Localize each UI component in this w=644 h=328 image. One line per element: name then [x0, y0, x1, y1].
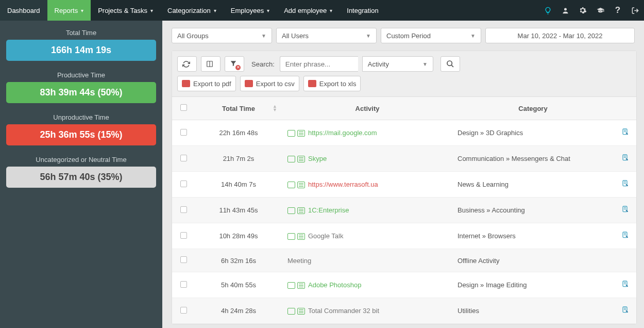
monitor-icon: [287, 182, 295, 188]
chevron-down-icon: ▼: [261, 33, 266, 39]
table-row: 22h 16m 48shttps://mail.google.comDesign…: [172, 120, 636, 146]
activity-link[interactable]: https://mail.google.com: [308, 129, 377, 137]
activity-link[interactable]: Skype: [308, 155, 327, 162]
user-icon[interactable]: [556, 0, 574, 21]
export-pdf-button[interactable]: Export to pdf: [177, 76, 236, 91]
cell-category: Utilities: [452, 298, 614, 324]
nav-item-employees[interactable]: Employees▾: [224, 0, 277, 21]
export-csv-button[interactable]: Export to csv: [240, 76, 299, 91]
metric-label: Unproductive Time: [6, 110, 156, 124]
edit-category-button[interactable]: [621, 182, 629, 190]
nav-item-dashboard[interactable]: Dashboard: [0, 0, 47, 21]
help-icon[interactable]: ?: [609, 0, 626, 21]
search-label: Search:: [248, 60, 276, 68]
metric-m-prod: Productive Time83h 39m 44s (50%): [6, 68, 156, 103]
cell-activity: Google Talk: [282, 223, 452, 249]
search-input[interactable]: [280, 56, 358, 72]
metric-label: Uncategorized or Neutral Time: [6, 153, 156, 167]
document-icon: [297, 308, 305, 315]
date-range-select[interactable]: Mar 10, 2022 - Mar 10, 2022: [485, 28, 635, 43]
clear-filter-button[interactable]: ✕: [225, 56, 244, 72]
edit-category-button[interactable]: [621, 234, 629, 241]
columns-button[interactable]: [201, 56, 221, 72]
svg-point-3: [447, 61, 452, 65]
col-header-activity[interactable]: Activity: [282, 97, 452, 120]
cell-category: Business » Accounting: [452, 198, 614, 223]
row-checkbox[interactable]: [180, 155, 187, 161]
row-checkbox[interactable]: [180, 281, 187, 288]
period-select[interactable]: Custom Period▼: [381, 28, 481, 43]
edit-category-button[interactable]: [621, 308, 629, 316]
cell-time: 14h 40m 7s: [195, 172, 282, 198]
col-header-time[interactable]: Total Time▲▼: [195, 97, 282, 120]
svg-point-0: [564, 8, 567, 10]
svg-line-4: [451, 65, 453, 67]
monitor-icon: [287, 207, 295, 214]
logout-icon[interactable]: [626, 0, 644, 21]
search-scope-select[interactable]: Activity▼: [362, 56, 433, 72]
cell-time: 22h 16m 48s: [195, 120, 282, 146]
toolbar: ✕ Search: Activity▼ Export to pdf Export…: [172, 51, 636, 97]
document-icon: [297, 182, 305, 188]
select-all-checkbox[interactable]: [180, 104, 187, 111]
nav-item-projects-tasks[interactable]: Projects & Tasks▾: [91, 0, 160, 21]
table-row: 21h 7m 2sSkypeCommunication » Messengers…: [172, 146, 636, 172]
lightbulb-icon[interactable]: [539, 0, 556, 21]
table-row: 11h 43m 45s1C:EnterpriseBusiness » Accou…: [172, 198, 636, 223]
metric-value: 25h 36m 55s (15%): [6, 124, 156, 145]
activity-link[interactable]: https://www.terrasoft.ua: [308, 181, 378, 188]
row-checkbox[interactable]: [180, 206, 187, 213]
cell-time: 4h 24m 28s: [195, 298, 282, 324]
table-row: 4h 24m 28sTotal Commander 32 bitUtilitie…: [172, 298, 636, 324]
edit-category-button[interactable]: [621, 283, 629, 290]
cell-category: Design » Image Editing: [452, 272, 614, 298]
row-checkbox[interactable]: [180, 181, 187, 187]
csv-icon: [245, 80, 253, 87]
user-select[interactable]: All Users▼: [276, 28, 377, 43]
search-button[interactable]: [440, 56, 460, 72]
document-icon: [297, 130, 305, 137]
chevron-down-icon: ▾: [267, 8, 269, 13]
gear-icon[interactable]: [574, 0, 591, 21]
table-row: 14h 40m 7shttps://www.terrasoft.uaNews &…: [172, 172, 636, 198]
row-checkbox[interactable]: [180, 256, 187, 263]
xls-icon: [308, 80, 316, 87]
activity-link: Total Commander 32 bit: [308, 307, 379, 315]
activity-link[interactable]: Adobe Photoshop: [308, 281, 361, 289]
cell-activity: Skype: [282, 146, 452, 172]
nav-item-add-employee[interactable]: Add employee▾: [277, 0, 340, 21]
row-checkbox[interactable]: [180, 307, 187, 314]
monitor-icon: [287, 308, 295, 315]
nav-item-categorization[interactable]: Categorization▾: [160, 0, 224, 21]
monitor-icon: [287, 156, 295, 162]
edit-category-button[interactable]: [621, 130, 629, 138]
pdf-icon: [182, 80, 190, 87]
chevron-down-icon: ▼: [366, 33, 371, 39]
edit-category-button[interactable]: [621, 156, 629, 164]
cell-category: News & Learning: [452, 172, 614, 198]
metric-m-unprod: Unproductive Time25h 36m 55s (15%): [6, 110, 156, 145]
nav-item-integration[interactable]: Integration: [340, 0, 385, 21]
cell-activity: https://www.terrasoft.ua: [282, 172, 452, 198]
cell-time: 11h 43m 45s: [195, 198, 282, 223]
cell-time: 6h 32m 16s: [195, 249, 282, 272]
row-checkbox[interactable]: [180, 232, 187, 239]
col-header-category[interactable]: Category: [452, 97, 614, 120]
sidebar: Total Time166h 14m 19sProductive Time83h…: [0, 21, 162, 328]
edit-category-button[interactable]: [621, 208, 629, 216]
chevron-down-icon: ▾: [150, 8, 153, 13]
nav-item-reports[interactable]: Reports▾: [47, 0, 91, 21]
graduation-cap-icon[interactable]: [591, 0, 609, 21]
export-xls-button[interactable]: Export to xls: [303, 76, 361, 91]
chevron-down-icon: ▼: [422, 61, 428, 67]
cell-activity: Total Commander 32 bit: [282, 298, 452, 324]
row-checkbox[interactable]: [180, 129, 187, 136]
refresh-button[interactable]: [177, 56, 197, 72]
cell-time: 5h 40m 55s: [195, 272, 282, 298]
report-table: Total Time▲▼ Activity Category 22h 16m 4…: [172, 97, 636, 324]
cell-category: Communication » Messengers & Chat: [452, 146, 614, 172]
activity-link[interactable]: 1C:Enterprise: [308, 206, 349, 214]
metric-m-neutral: Uncategorized or Neutral Time56h 57m 40s…: [6, 153, 156, 188]
metric-label: Total Time: [6, 26, 156, 40]
group-select[interactable]: All Groups▼: [172, 28, 272, 43]
